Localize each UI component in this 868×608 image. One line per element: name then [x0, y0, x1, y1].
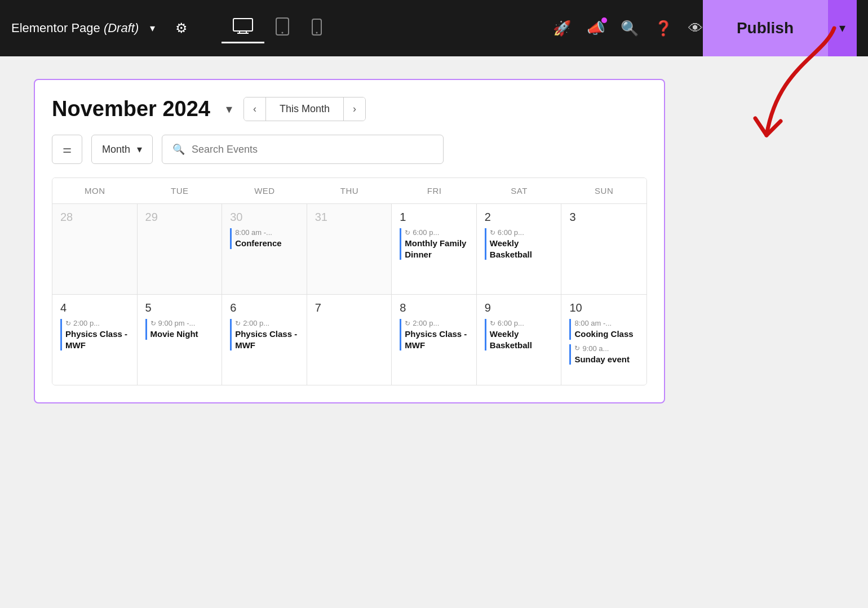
date-29: 29 [145, 211, 214, 224]
day-fri: FRI [392, 178, 477, 203]
filter-icon: ⚌ [63, 143, 72, 156]
calendar-filters: ⚌ Month ▾ 🔍 [52, 135, 647, 164]
date-3: 3 [569, 211, 639, 224]
chevron-down-icon[interactable]: ▾ [150, 22, 155, 34]
search-icon[interactable]: 🔍 [621, 20, 639, 37]
cell-30[interactable]: 30 8:00 am -... Conference [222, 204, 307, 294]
megaphone-icon[interactable]: 📣 [587, 20, 605, 37]
topbar: Elementor Page (Draft) ▾ ⚙ 🚀 📣 🔍 ❓ 👁 Pub… [0, 0, 868, 56]
event-basketball-9-time: ↻ 6:00 p... [490, 319, 553, 327]
day-thu: THU [307, 178, 392, 203]
date-10: 10 [569, 301, 639, 314]
topbar-right: 🚀 📣 🔍 ❓ 👁 [553, 20, 703, 37]
view-select[interactable]: Month ▾ [91, 135, 153, 164]
prev-month-button[interactable]: ‹ [244, 97, 265, 121]
week-2: 4 ↻ 2:00 p... Physics Class - MWF 5 ↻ 9:… [52, 295, 646, 385]
event-physics-8[interactable]: ↻ 2:00 p... Physics Class - MWF [400, 319, 468, 350]
date-28: 28 [60, 211, 129, 224]
event-sunday[interactable]: ↻ 9:00 a... Sunday event [569, 344, 639, 365]
tablet-view-button[interactable] [264, 13, 300, 43]
publish-dropdown-button[interactable]: ▾ [827, 0, 857, 56]
day-sun: SUN [561, 178, 646, 203]
day-sat: SAT [477, 178, 562, 203]
cell-4[interactable]: 4 ↻ 2:00 p... Physics Class - MWF [52, 295, 138, 385]
publish-area: Publish ▾ [703, 0, 857, 56]
event-movie-night-name: Movie Night [150, 329, 214, 340]
topbar-left: Elementor Page (Draft) ▾ ⚙ [11, 20, 188, 36]
date-2: 2 [485, 211, 553, 224]
date-5: 5 [145, 301, 214, 314]
date-8: 8 [400, 301, 468, 314]
week-1: 28 29 30 8:00 am -... Conference 31 [52, 204, 646, 295]
calendar-nav: ‹ This Month › [243, 97, 366, 121]
cell-7[interactable]: 7 [307, 295, 392, 385]
date-30: 30 [230, 211, 299, 224]
cell-9[interactable]: 9 ↻ 6:00 p... Weekly Basketball [477, 295, 562, 385]
calendar-grid: MON TUE WED THU FRI SAT SUN 28 29 [52, 177, 647, 385]
view-label: Month [102, 144, 130, 156]
notification-badge [601, 17, 607, 23]
event-physics-4-time: ↻ 2:00 p... [65, 319, 129, 327]
event-basketball-2[interactable]: ↻ 6:00 p... Weekly Basketball [485, 228, 553, 260]
day-mon: MON [52, 178, 138, 203]
next-month-button[interactable]: › [344, 97, 365, 121]
calendar-header: November 2024 ▾ ‹ This Month › [52, 97, 647, 121]
date-1: 1 [400, 211, 468, 224]
cell-29[interactable]: 29 [138, 204, 223, 294]
event-conference-time: 8:00 am -... [235, 228, 299, 237]
event-conference[interactable]: 8:00 am -... Conference [230, 228, 299, 249]
cell-2[interactable]: 2 ↻ 6:00 p... Weekly Basketball [477, 204, 562, 294]
calendar-widget: November 2024 ▾ ‹ This Month › ⚌ Month ▾… [34, 79, 665, 403]
search-input[interactable] [192, 144, 433, 156]
cell-28[interactable]: 28 [52, 204, 138, 294]
date-6: 6 [230, 301, 299, 314]
day-wed: WED [222, 178, 307, 203]
event-physics-4[interactable]: ↻ 2:00 p... Physics Class - MWF [60, 319, 129, 350]
preview-icon[interactable]: 👁 [688, 20, 703, 37]
event-sunday-time: ↻ 9:00 a... [574, 344, 639, 353]
days-header: MON TUE WED THU FRI SAT SUN [52, 178, 646, 204]
main-content: November 2024 ▾ ‹ This Month › ⚌ Month ▾… [0, 56, 868, 426]
page-title: Elementor Page (Draft) [11, 21, 139, 35]
cell-10[interactable]: 10 8:00 am -... Cooking Class ↻ 9:00 a..… [561, 295, 646, 385]
event-cooking-time: 8:00 am -... [574, 319, 639, 327]
cell-5[interactable]: 5 ↻ 9:00 pm -... Movie Night [138, 295, 223, 385]
event-family-dinner-time: ↻ 6:00 p... [405, 228, 468, 237]
event-movie-night-time: ↻ 9:00 pm -... [150, 319, 214, 327]
event-family-dinner[interactable]: ↻ 6:00 p... Monthly Family Dinner [400, 228, 468, 260]
cell-8[interactable]: 8 ↻ 2:00 p... Physics Class - MWF [392, 295, 477, 385]
calendar-title-chevron[interactable]: ▾ [226, 102, 232, 117]
filter-button[interactable]: ⚌ [52, 135, 82, 164]
cell-6[interactable]: 6 ↻ 2:00 p... Physics Class - MWF [222, 295, 307, 385]
event-cooking[interactable]: 8:00 am -... Cooking Class [569, 319, 639, 340]
rocket-icon[interactable]: 🚀 [553, 20, 571, 37]
view-select-chevron: ▾ [137, 143, 142, 156]
event-physics-6[interactable]: ↻ 2:00 p... Physics Class - MWF [230, 319, 299, 350]
event-basketball-9[interactable]: ↻ 6:00 p... Weekly Basketball [485, 319, 553, 350]
event-cooking-name: Cooking Class [574, 329, 639, 340]
event-physics-6-name: Physics Class - MWF [235, 329, 299, 350]
search-box: 🔍 [162, 135, 444, 164]
event-physics-4-name: Physics Class - MWF [65, 329, 129, 350]
gear-icon[interactable]: ⚙ [175, 20, 188, 36]
svg-rect-0 [233, 19, 253, 31]
cell-1[interactable]: 1 ↻ 6:00 p... Monthly Family Dinner [392, 204, 477, 294]
publish-button[interactable]: Publish [703, 0, 827, 56]
desktop-view-button[interactable] [222, 14, 264, 43]
mobile-view-button[interactable] [300, 14, 333, 43]
arrow-annotation [733, 68, 845, 237]
date-9: 9 [485, 301, 553, 314]
cell-31[interactable]: 31 [307, 204, 392, 294]
view-switcher [222, 13, 333, 43]
event-family-dinner-name: Monthly Family Dinner [405, 238, 468, 260]
event-movie-night[interactable]: ↻ 9:00 pm -... Movie Night [145, 319, 214, 340]
date-7: 7 [315, 301, 384, 314]
event-physics-8-name: Physics Class - MWF [405, 329, 468, 350]
calendar-weeks: 28 29 30 8:00 am -... Conference 31 [52, 204, 646, 385]
help-icon[interactable]: ❓ [654, 20, 672, 37]
day-tue: TUE [138, 178, 223, 203]
event-sunday-name: Sunday event [574, 354, 639, 365]
cell-3[interactable]: 3 [561, 204, 646, 294]
event-physics-6-time: ↻ 2:00 p... [235, 319, 299, 327]
svg-point-5 [282, 32, 284, 34]
